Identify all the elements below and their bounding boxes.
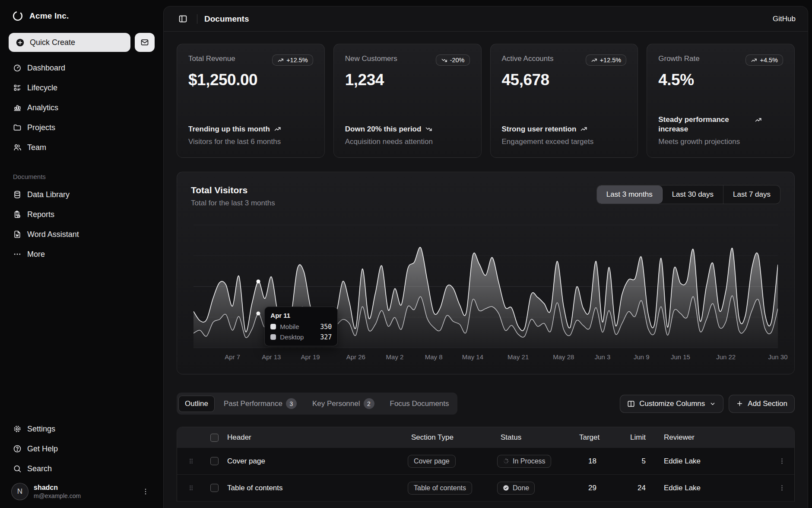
quick-create-button[interactable]: Quick Create: [9, 33, 130, 52]
x-tick-label: May 2: [386, 353, 404, 361]
table-header-row: Header Section Type Status Target Limit …: [177, 427, 794, 448]
x-tick-label: Apr 26: [346, 353, 365, 361]
tooltip-date: Apr 11: [270, 312, 332, 319]
col-section-type: Section Type: [408, 433, 497, 442]
trend-badge: +12.5%: [586, 54, 627, 66]
brand[interactable]: Acme Inc.: [8, 8, 155, 23]
github-link[interactable]: GitHub: [773, 15, 796, 23]
tab-past-performance[interactable]: Past Performance 3: [217, 394, 303, 413]
inbox-mail-button[interactable]: [135, 33, 155, 52]
search-icon: [13, 464, 22, 473]
col-header: Header: [224, 433, 408, 442]
x-tick-label: Jun 15: [671, 353, 690, 361]
card-footer-desc: Acquisition needs attention: [345, 137, 470, 146]
row-header[interactable]: Table of contents: [224, 484, 408, 492]
add-section-button[interactable]: Add Section: [729, 395, 795, 413]
sidebar-item-team[interactable]: Team: [8, 137, 155, 157]
user-name: shadcn: [34, 483, 81, 492]
row-menu-button[interactable]: [775, 454, 789, 468]
sidebar-item-search[interactable]: Search: [8, 459, 155, 479]
tab-key-personnel[interactable]: Key Personnel 2: [306, 394, 381, 413]
sidebar-item-projects[interactable]: Projects: [8, 118, 155, 137]
sidebar-toggle-button[interactable]: [176, 12, 190, 26]
tab-focus-documents[interactable]: Focus Documents: [384, 396, 456, 412]
range-last-7-days[interactable]: Last 7 days: [723, 185, 780, 204]
x-axis-labels: Apr 7Apr 13Apr 19Apr 26May 2May 8May 14M…: [193, 353, 778, 363]
x-tick-label: May 28: [553, 353, 574, 361]
card-label: Total Revenue: [188, 54, 235, 63]
sidebar-item-settings[interactable]: Settings: [8, 419, 155, 439]
count-badge: 3: [286, 398, 297, 409]
select-all-checkbox[interactable]: [210, 434, 219, 442]
range-toggle-group: Last 3 months Last 30 days Last 7 days: [596, 185, 780, 204]
x-tick-label: Jun 9: [634, 353, 650, 361]
card-value: 4.5%: [658, 71, 783, 89]
sidebar-item-get-help[interactable]: Get Help: [8, 439, 155, 459]
trending-up-icon: [591, 57, 597, 64]
sidebar-item-dashboard[interactable]: Dashboard: [8, 58, 155, 78]
loader-icon: [503, 458, 509, 464]
main-inset: Documents GitHub Total Revenue +12.5% $1…: [163, 6, 808, 508]
tab-outline[interactable]: Outline: [178, 396, 215, 412]
sidebar-item-label: Get Help: [27, 444, 58, 454]
card-footer-title: Strong user retention: [502, 125, 577, 134]
table-row[interactable]: Table of contents Table of contents Done…: [177, 475, 794, 502]
row-reviewer[interactable]: Eddie Lake: [657, 484, 769, 492]
trending-up-icon: [755, 116, 762, 124]
footer-nav: Settings Get Help Search: [8, 419, 155, 479]
row-header[interactable]: Cover page: [224, 457, 408, 466]
trend-badge: +12.5%: [272, 54, 313, 66]
area-chart[interactable]: Apr 11 Mobile 350 Desktop 327: [193, 225, 778, 348]
sidebar-item-label: Search: [27, 464, 52, 473]
drag-handle-icon[interactable]: [177, 484, 205, 492]
folder-icon: [13, 123, 22, 132]
sidebar-item-lifecycle[interactable]: Lifecycle: [8, 78, 155, 98]
documents-nav: Data Library Reports Word Assistant: [8, 185, 155, 264]
section-type-badge: Table of contents: [408, 482, 472, 495]
row-target[interactable]: 18: [579, 457, 608, 466]
drag-handle-icon[interactable]: [177, 457, 205, 465]
col-limit: Limit: [608, 433, 657, 442]
brand-logo-icon: [12, 10, 23, 22]
avatar: N: [11, 483, 29, 500]
user-menu-row[interactable]: N shadcn m@example.com: [8, 479, 155, 501]
section-type-badge: Cover page: [408, 455, 456, 468]
customize-columns-button[interactable]: Customize Columns: [620, 395, 723, 413]
range-last-30-days[interactable]: Last 30 days: [663, 185, 723, 204]
sidebar-item-more[interactable]: More: [8, 244, 155, 264]
list-details-icon: [13, 83, 22, 92]
desktop-swatch: [270, 334, 276, 340]
ellipsis-vertical-icon: [778, 457, 786, 465]
sidebar-item-label: Analytics: [27, 103, 58, 112]
x-tick-label: May 8: [425, 353, 443, 361]
divider: [197, 14, 197, 24]
chart-title: Total Visitors: [191, 185, 275, 195]
card-label: Growth Rate: [658, 54, 699, 63]
table-row[interactable]: Cover page Cover page In Process 18 5 Ed…: [177, 448, 794, 475]
status-badge: Done: [497, 482, 535, 495]
row-limit[interactable]: 24: [608, 484, 657, 492]
hover-dot-mobile: [257, 312, 260, 316]
columns-icon: [627, 400, 635, 408]
help-icon: [13, 444, 22, 453]
range-last-3-months[interactable]: Last 3 months: [597, 185, 663, 204]
row-target[interactable]: 29: [579, 484, 608, 492]
file-word-icon: [13, 230, 22, 239]
row-limit[interactable]: 5: [608, 457, 657, 466]
sidebar-item-label: Settings: [27, 425, 55, 434]
x-tick-label: May 14: [462, 353, 483, 361]
row-menu-button[interactable]: [775, 481, 789, 495]
ellipsis-vertical-icon[interactable]: [139, 485, 152, 498]
row-checkbox[interactable]: [210, 484, 219, 492]
sidebar-item-word-assistant[interactable]: Word Assistant: [8, 224, 155, 244]
card-footer-desc: Engagement exceed targets: [502, 137, 627, 146]
chevron-down-icon: [709, 400, 716, 407]
row-checkbox[interactable]: [210, 457, 219, 465]
sidebar-item-reports[interactable]: Reports: [8, 204, 155, 224]
sidebar-item-analytics[interactable]: Analytics: [8, 98, 155, 118]
dots-icon: [13, 250, 22, 259]
gauge-icon: [13, 64, 22, 72]
circle-plus-icon: [16, 38, 25, 47]
sidebar-item-data-library[interactable]: Data Library: [8, 185, 155, 204]
row-reviewer[interactable]: Eddie Lake: [657, 457, 769, 466]
